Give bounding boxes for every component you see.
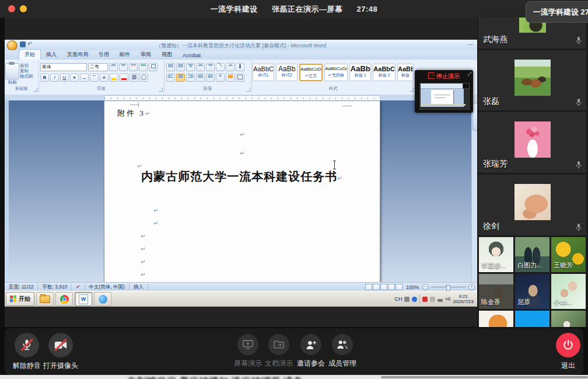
stop-presenting-button[interactable]: 停止演示 xyxy=(415,72,473,81)
style-card-2[interactable]: AaBb 样式2 xyxy=(276,64,298,81)
zoom-out-icon[interactable]: − xyxy=(422,284,429,290)
font-dialog-launcher[interactable] xyxy=(159,88,163,92)
zoom-level[interactable]: 100% xyxy=(406,284,419,290)
paste-label[interactable]: 粘贴 xyxy=(5,79,20,85)
highlight-color-icon[interactable] xyxy=(110,74,118,82)
chrome-taskbar-icon[interactable] xyxy=(55,292,73,306)
paragraph-dialog-launcher[interactable] xyxy=(246,88,250,92)
tab-acrobat[interactable]: Acrobat xyxy=(177,51,206,60)
word-count[interactable]: 字数: 3,910 xyxy=(38,284,72,290)
security-tray-icon[interactable] xyxy=(422,297,428,302)
expand-icon[interactable]: ⤢ xyxy=(468,71,471,77)
tab-view[interactable]: 视图 xyxy=(156,50,177,60)
align-right-icon[interactable] xyxy=(186,74,195,82)
view-outline-icon[interactable] xyxy=(388,284,395,290)
word-taskbar-icon[interactable]: W xyxy=(75,292,92,306)
line-spacing-icon[interactable] xyxy=(216,74,225,82)
style-card-heading1[interactable]: AaBb 标题 1 xyxy=(349,64,371,81)
style-card-heading3[interactable]: AaBb 标题 xyxy=(397,64,414,81)
participant-tile[interactable] xyxy=(515,311,550,327)
participant-tile[interactable]: 张瑞芳 xyxy=(478,112,586,173)
italic-button[interactable]: I xyxy=(50,74,59,82)
participant-tile[interactable]: 徐剑 xyxy=(478,175,586,235)
bullets-icon[interactable] xyxy=(166,63,175,71)
word-window-controls[interactable]: — xyxy=(468,41,475,47)
strikethrough-button[interactable]: x xyxy=(70,74,79,82)
shrink-font-icon[interactable] xyxy=(119,63,128,71)
zoom-slider[interactable] xyxy=(431,287,466,287)
justify-icon[interactable] xyxy=(196,74,205,82)
style-card-1[interactable]: AaBbC 样式1 xyxy=(253,64,274,81)
view-web-icon[interactable] xyxy=(380,284,387,290)
participant-tile[interactable]: 张磊 xyxy=(478,50,586,110)
distribute-icon[interactable] xyxy=(206,74,215,82)
tab-references[interactable]: 引用 xyxy=(93,50,114,60)
participant-tile[interactable]: 李霞@... xyxy=(479,237,513,272)
increase-indent-icon[interactable] xyxy=(206,63,215,71)
borders-icon[interactable] xyxy=(236,74,244,82)
meeting-app-taskbar-icon[interactable] xyxy=(94,292,111,306)
phonetic-guide-icon[interactable] xyxy=(139,63,148,71)
character-border-icon[interactable] xyxy=(149,63,158,71)
view-fullscreen-icon[interactable] xyxy=(373,284,380,290)
spellcheck-icon[interactable]: ✔ xyxy=(72,284,85,290)
volume-tray-icon[interactable] xyxy=(445,297,450,302)
numbering-icon[interactable] xyxy=(176,63,185,71)
style-card-normal[interactable]: AaBbCcDd ↵正文 xyxy=(299,64,323,81)
format-painter-button[interactable]: 格式刷 xyxy=(20,74,33,79)
participant-tile[interactable]: 王晓芳 xyxy=(551,237,586,272)
show-marks-icon[interactable] xyxy=(236,63,244,71)
keyboard-tray-icon[interactable] xyxy=(404,297,410,302)
asian-layout-icon[interactable] xyxy=(216,63,225,71)
language-indicator[interactable]: 中文(简体, 中国) xyxy=(85,284,130,290)
subscript-icon[interactable] xyxy=(80,74,89,82)
start-button[interactable]: 开始 xyxy=(6,292,34,306)
font-color-icon[interactable] xyxy=(120,74,128,82)
minimize-icon[interactable]: — xyxy=(468,41,475,47)
shading-icon[interactable] xyxy=(226,74,235,82)
font-size-combobox[interactable]: 二号 xyxy=(88,63,108,71)
document-page[interactable]: 附件 3↵ ↵ ↵ ↵ 内蒙古师范大学一流本科建设任务书↵ ↵ ↵ ↵ ↵ ↵ … xyxy=(104,100,380,282)
insert-mode[interactable]: 插入 xyxy=(130,284,148,290)
tab-home[interactable]: 开始 xyxy=(19,49,41,60)
tab-insert[interactable]: 插入 xyxy=(41,50,62,60)
clipboard-tray-icon[interactable] xyxy=(430,297,435,302)
view-draft-icon[interactable] xyxy=(396,284,402,290)
view-print-layout-icon[interactable] xyxy=(365,284,372,290)
participant-tile[interactable]: 小co... xyxy=(551,274,586,309)
horizontal-ruler[interactable] xyxy=(5,95,471,100)
clipboard-dialog-launcher[interactable] xyxy=(33,88,37,92)
decrease-indent-icon[interactable] xyxy=(196,63,205,71)
participant-tile[interactable] xyxy=(551,311,586,327)
camera-control[interactable]: 打开摄像头 xyxy=(38,333,83,371)
font-name-combobox[interactable]: 黑体 xyxy=(40,63,87,71)
style-card-heading2[interactable]: AaBbC 标题 2 xyxy=(373,64,396,81)
multilevel-list-icon[interactable] xyxy=(186,63,195,71)
taskbar-clock[interactable]: 9:21 2020/7/23 xyxy=(453,294,474,304)
styles-dialog-launcher[interactable] xyxy=(410,88,414,92)
exit-control[interactable]: 退出 xyxy=(546,333,588,371)
grow-font-icon[interactable] xyxy=(109,63,118,71)
participant-tile[interactable]: 屈原 xyxy=(515,274,550,309)
bold-button[interactable]: B xyxy=(40,74,49,82)
underline-button[interactable]: U xyxy=(60,74,69,82)
participant-tile[interactable]: 陈金香 xyxy=(479,274,513,309)
participant-tile[interactable] xyxy=(479,311,513,327)
align-left-icon[interactable] xyxy=(166,74,175,82)
character-shading-icon[interactable] xyxy=(130,74,138,82)
help-tray-icon[interactable] xyxy=(412,297,417,302)
style-card-no-spacing[interactable]: AaBbCcDd ↵无间隔 xyxy=(324,64,348,81)
tab-mailings[interactable]: 邮件 xyxy=(114,50,135,60)
paste-icon[interactable] xyxy=(5,63,19,79)
copy-button[interactable]: 复制 xyxy=(20,68,33,74)
members-control[interactable]: 成员管理 xyxy=(320,334,365,368)
tab-page-layout[interactable]: 页面布局 xyxy=(62,50,93,60)
cut-button[interactable]: 剪切 xyxy=(20,63,33,68)
enclose-characters-icon[interactable] xyxy=(139,74,148,82)
sort-icon[interactable] xyxy=(226,63,235,71)
file-explorer-taskbar-icon[interactable] xyxy=(36,292,54,306)
vertical-ruler[interactable] xyxy=(5,100,9,282)
participant-tile[interactable]: 白图力... xyxy=(515,237,550,272)
change-case-button[interactable]: A xyxy=(100,74,108,82)
network-tray-icon[interactable] xyxy=(438,297,443,302)
